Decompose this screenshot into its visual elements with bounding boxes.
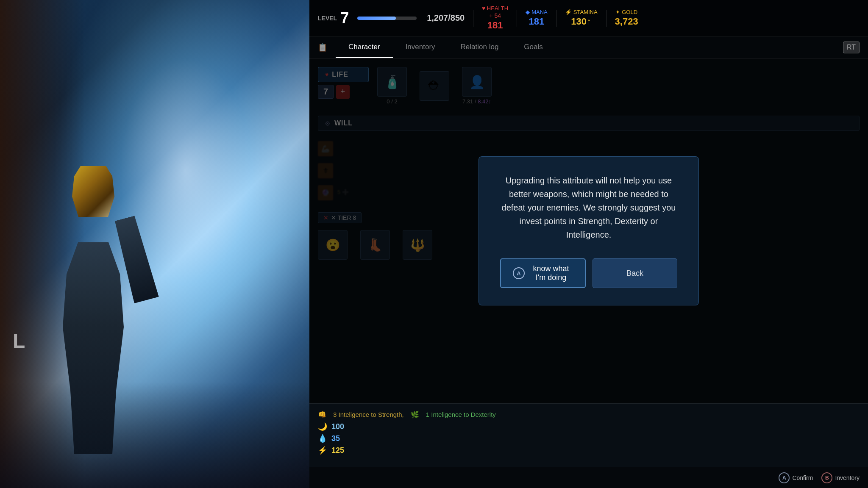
inventory-action: B Inventory xyxy=(821,472,860,483)
back-button[interactable]: Back xyxy=(593,258,677,288)
quest-hint-text-1: 3 Inteligence to Strength, xyxy=(333,411,404,418)
moon-icon: 🌙 xyxy=(318,422,327,431)
tab-goals[interactable]: Goals xyxy=(511,37,555,58)
a-button-icon: A xyxy=(513,267,525,279)
mana-icon: ◆ xyxy=(526,9,530,15)
mana-val: 181 xyxy=(529,16,545,27)
resource-bar-0: 🌙 100 xyxy=(318,422,860,431)
divider-2 xyxy=(517,10,517,27)
gold-icon: ✦ xyxy=(615,9,620,15)
a-circle-bottom: A xyxy=(779,472,790,483)
char-head xyxy=(72,166,114,217)
water-icon: 💧 xyxy=(318,434,327,443)
nav-tabs: 📋 Character Inventory Relation log Goals… xyxy=(309,36,868,58)
char-body xyxy=(55,242,131,454)
modal-message: Upgrading this attribute will not help y… xyxy=(500,174,677,241)
nav-journal-icon[interactable]: 📋 xyxy=(318,43,327,52)
tab-relation-log[interactable]: Relation log xyxy=(448,37,512,58)
health-val: 181 xyxy=(487,20,503,31)
level-value: 7 xyxy=(340,9,349,27)
divider-1 xyxy=(473,10,473,27)
confirm-button[interactable]: A know what I'm doing xyxy=(500,258,586,288)
confirm-label: know what I'm doing xyxy=(529,264,573,282)
resource-bar-2: ⚡ 125 xyxy=(318,446,860,455)
level-display: LEVEL 7 xyxy=(318,9,349,27)
ui-panel: LEVEL 7 1,207/850 ♥ HEALTH + 54 181 ◆ MA… xyxy=(309,0,868,488)
tab-inventory[interactable]: Inventory xyxy=(393,37,448,58)
strength-icon: 👊 xyxy=(318,410,326,419)
modal-overlay: Upgrading this attribute will not help y… xyxy=(309,58,868,403)
gold-display: ✦ GOLD 3,723 xyxy=(615,9,638,27)
mana-display: ◆ MANA 181 xyxy=(526,9,548,27)
quest-hint-text-2: 1 Inteligence to Dexterity xyxy=(426,411,496,418)
health-label: ♥ HEALTH xyxy=(482,5,508,11)
health-display: ♥ HEALTH + 54 181 xyxy=(482,5,508,31)
back-label: Back xyxy=(626,269,643,277)
bottom-action-bar: A Confirm B Inventory xyxy=(309,467,868,488)
resource-val-0: 100 xyxy=(331,422,353,431)
divider-3 xyxy=(556,10,556,27)
heart-icon: ♥ xyxy=(482,5,485,11)
health-bonus: + 54 xyxy=(489,12,501,19)
stamina-label: ⚡ STAMINA xyxy=(565,9,598,15)
inventory-action-label: Inventory xyxy=(835,474,860,481)
bottom-content: 👊 3 Inteligence to Strength, 🌿 1 Intelig… xyxy=(309,403,868,467)
dexterity-icon: 🌿 xyxy=(411,410,419,419)
gold-label: ✦ GOLD xyxy=(615,9,637,15)
modal-box: Upgrading this attribute will not help y… xyxy=(479,156,699,305)
modal-buttons: A know what I'm doing Back xyxy=(500,258,677,288)
quest-hint-row: 👊 3 Inteligence to Strength, 🌿 1 Intelig… xyxy=(318,410,860,419)
resource-val-1: 35 xyxy=(331,434,353,443)
character-figure xyxy=(34,166,153,454)
tab-character[interactable]: Character xyxy=(336,37,393,58)
game-scene: L xyxy=(0,0,309,488)
rt-button[interactable]: RT xyxy=(843,42,860,53)
resource-bar-1: 💧 35 xyxy=(318,434,860,443)
b-circle-bottom: B xyxy=(821,472,832,483)
resource-val-2: 125 xyxy=(331,446,353,455)
hud-bar: LEVEL 7 1,207/850 ♥ HEALTH + 54 181 ◆ MA… xyxy=(309,0,868,36)
confirm-action-label: Confirm xyxy=(792,474,813,481)
bolt-bottom-icon: ⚡ xyxy=(318,446,327,455)
level-label: LEVEL xyxy=(318,15,337,22)
confirm-action: A Confirm xyxy=(779,472,813,483)
main-content: ♥ LIFE 7 + 🧴 0 / 2 ⛑ 👤 xyxy=(309,58,868,403)
divider-4 xyxy=(606,10,606,27)
resource-bars: 🌙 100 💧 35 ⚡ 125 xyxy=(318,422,860,455)
gold-val: 3,723 xyxy=(615,16,638,27)
xp-fill xyxy=(357,17,396,20)
stamina-val: 130↑ xyxy=(571,16,591,27)
bolt-icon: ⚡ xyxy=(565,9,572,15)
mana-label: ◆ MANA xyxy=(526,9,548,15)
xp-bar xyxy=(357,17,417,20)
scene-letter: L xyxy=(13,329,25,352)
stamina-display: ⚡ STAMINA 130↑ xyxy=(565,9,598,27)
xp-display: 1,207/850 xyxy=(427,13,465,23)
